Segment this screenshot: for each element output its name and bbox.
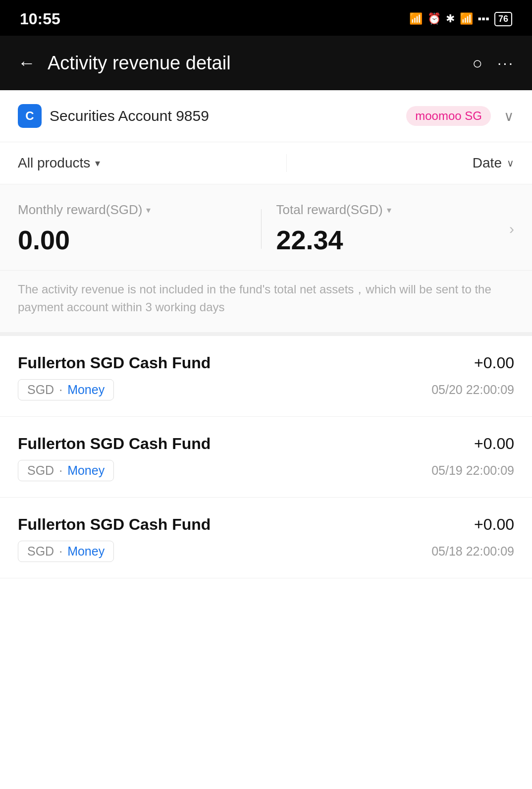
- disclaimer-text: The activity revenue is not included in …: [18, 281, 514, 316]
- fund-dot: ·: [59, 544, 62, 559]
- fund-amount: +0.00: [474, 515, 514, 534]
- monthly-reward-block: Monthly reward(SGD) ▾ 0.00: [18, 202, 246, 255]
- status-bar: 10:55 📶 ⏰ ✱ 📶 ▪▪▪ 76: [0, 0, 532, 36]
- fund-dot: ·: [59, 383, 62, 397]
- fund-list-item[interactable]: Fullerton SGD Cash Fund +0.00 SGD · Mone…: [0, 417, 532, 498]
- date-filter-button[interactable]: Date ∨: [473, 155, 514, 171]
- back-button[interactable]: ←: [18, 53, 36, 73]
- fund-amount: +0.00: [474, 354, 514, 372]
- fund-dot: ·: [59, 463, 62, 478]
- fund-datetime: 05/20 22:00:09: [431, 383, 514, 397]
- total-reward-value: 22.34: [276, 225, 505, 255]
- fund-tag: SGD · Money: [18, 460, 114, 481]
- date-filter-arrow-icon: ∨: [507, 157, 514, 169]
- battery-indicator: 76: [494, 12, 512, 26]
- monthly-reward-label: Monthly reward(SGD) ▾: [18, 202, 246, 218]
- total-arrow-icon: ▾: [387, 205, 391, 216]
- stats-section: Monthly reward(SGD) ▾ 0.00 Total reward(…: [0, 184, 532, 271]
- fund-name: Fullerton SGD Cash Fund: [18, 354, 211, 372]
- signal-icon: ▪▪▪: [478, 12, 489, 25]
- account-name: Securities Account 9859: [50, 108, 398, 124]
- fund-currency: SGD: [27, 383, 54, 397]
- status-icons: 📶 ⏰ ✱ 📶 ▪▪▪ 76: [409, 12, 512, 26]
- fund-type[interactable]: Money: [67, 544, 105, 559]
- account-row[interactable]: C Securities Account 9859 moomoo SG ∨: [0, 90, 532, 142]
- fund-datetime: 05/19 22:00:09: [431, 463, 514, 478]
- fund-datetime: 05/18 22:00:09: [431, 544, 514, 559]
- products-filter-button[interactable]: All products ▾: [18, 155, 100, 171]
- nav-header: ← Activity revenue detail ○ ···: [0, 36, 532, 90]
- stats-separator: [261, 209, 262, 249]
- monthly-arrow-icon: ▾: [146, 205, 151, 216]
- fund-tag: SGD · Money: [18, 379, 114, 400]
- bluetooth-icon: ✱: [446, 12, 455, 25]
- monthly-reward-value: 0.00: [18, 225, 246, 255]
- nfc-icon: 📶: [409, 12, 423, 25]
- fund-type[interactable]: Money: [67, 383, 105, 397]
- fund-list: Fullerton SGD Cash Fund +0.00 SGD · Mone…: [0, 336, 532, 578]
- filter-divider: [286, 154, 287, 172]
- fund-list-item[interactable]: Fullerton SGD Cash Fund +0.00 SGD · Mone…: [0, 498, 532, 578]
- page-title: Activity revenue detail: [48, 53, 460, 74]
- fund-name: Fullerton SGD Cash Fund: [18, 435, 211, 453]
- account-icon-letter: C: [25, 109, 34, 123]
- status-time: 10:55: [20, 10, 60, 28]
- fund-name: Fullerton SGD Cash Fund: [18, 515, 211, 534]
- stats-chevron-icon[interactable]: ›: [509, 221, 514, 237]
- products-filter-arrow-icon: ▾: [95, 157, 100, 169]
- wifi-icon: 📶: [460, 12, 473, 25]
- account-badge: moomoo SG: [406, 106, 491, 126]
- alarm-icon: ⏰: [427, 12, 441, 25]
- fund-type[interactable]: Money: [67, 463, 105, 478]
- fund-currency: SGD: [27, 544, 54, 559]
- products-filter-label: All products: [18, 155, 90, 171]
- search-icon[interactable]: ○: [472, 54, 482, 73]
- fund-tag: SGD · Money: [18, 541, 114, 562]
- fund-currency: SGD: [27, 463, 54, 478]
- account-icon: C: [18, 104, 42, 128]
- fund-amount: +0.00: [474, 435, 514, 453]
- total-reward-label: Total reward(SGD) ▾: [276, 202, 505, 218]
- nav-actions: ○ ···: [472, 54, 514, 73]
- more-options-button[interactable]: ···: [497, 55, 514, 71]
- account-chevron-icon: ∨: [504, 108, 514, 124]
- total-reward-block: Total reward(SGD) ▾ 22.34: [276, 202, 505, 255]
- date-filter-label: Date: [473, 155, 502, 171]
- filter-row: All products ▾ Date ∨: [0, 142, 532, 184]
- disclaimer-section: The activity revenue is not included in …: [0, 271, 532, 336]
- fund-list-item[interactable]: Fullerton SGD Cash Fund +0.00 SGD · Mone…: [0, 336, 532, 417]
